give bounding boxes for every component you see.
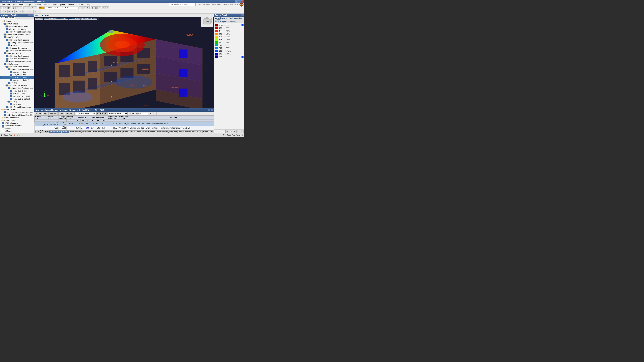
tree-item[interactable]: ✓○11 - Section 11 | Deep Beam No. 1 — [0, 111, 34, 114]
bnav-first[interactable]: |◄ — [35, 131, 37, 133]
tb-check[interactable]: ✓ — [38, 10, 41, 13]
table-row[interactable]: 0.000 DS1CO56 -79.94 3.17 3.96 -0.02 -0.… — [34, 126, 214, 130]
tb-display-4[interactable]: ④ — [30, 10, 33, 13]
tree-checkbox[interactable]: ✓ — [10, 95, 12, 97]
tree-item[interactable]: ✓○as,prov,1 -z (top) — [0, 89, 34, 92]
tree-item[interactable]: ✓○Title Information — [0, 122, 34, 124]
maximize-button[interactable]: □ — [238, 0, 240, 3]
results-max-input[interactable] — [140, 112, 148, 115]
bnav-tab-2[interactable]: Internal Forces by Member Representative — [92, 130, 122, 133]
tb-new[interactable]: 📄 — [0, 6, 4, 9]
bnav-last[interactable]: ►| — [47, 131, 49, 133]
nav-prev[interactable]: ◄ — [99, 112, 102, 115]
tree-checkbox[interactable]: ✓ — [10, 92, 12, 94]
tree-item[interactable]: ▼📁Result Sections — [0, 108, 34, 111]
tree-checkbox[interactable]: ✓ — [10, 71, 12, 73]
bnav-tab-4[interactable]: Internal Forces by Shear Wall — [156, 130, 178, 133]
results-goto[interactable]: Go To — [35, 112, 42, 115]
tree-item[interactable]: ✓○as,prov,2 (top) — [0, 92, 34, 95]
tree-checkbox[interactable]: ✓ — [6, 106, 8, 108]
results-close[interactable]: ✕ — [211, 109, 213, 111]
tree-item[interactable]: ►✓▶Required Reinforcement — [0, 55, 34, 57]
tree-item[interactable]: ✓○as,req,2 -z (bottom) — [0, 79, 34, 81]
tb-panel2-1[interactable]: ⊕ — [11, 10, 14, 13]
tree-checkbox[interactable]: ✓ — [6, 66, 8, 68]
tree-item[interactable]: ▼📁Reinforcement — [0, 20, 34, 22]
tb-cross[interactable]: ✕ — [34, 10, 38, 13]
tb-member[interactable]: ╱ — [30, 6, 34, 9]
tree-item[interactable]: ►✓▶Provided Reinforcement — [0, 46, 34, 49]
menu-results[interactable]: Results — [43, 3, 51, 6]
menu-window[interactable]: Window — [66, 3, 75, 6]
tb-open[interactable]: 📂 — [4, 6, 7, 9]
menu-file[interactable]: File — [1, 3, 6, 6]
tree-item[interactable]: ►✓▶Not Covered Reinforcement — [0, 60, 34, 63]
results-edit[interactable]: Edit — [42, 112, 48, 115]
tb-area-load[interactable]: ⊞ — [8, 10, 11, 13]
results-minimize[interactable]: ─ — [208, 109, 210, 111]
tree-checkbox[interactable]: ✓ — [8, 100, 10, 103]
tree-checkbox[interactable]: ✓ — [8, 41, 10, 43]
menu-view[interactable]: View — [12, 3, 18, 6]
tree-checkbox[interactable]: ✓ — [10, 76, 12, 78]
tree-item[interactable]: ▼✓📁Stirrup — [0, 100, 34, 103]
tree-item[interactable]: ○Members — [0, 130, 34, 132]
tb-redo[interactable]: ↪ — [19, 6, 22, 9]
tree-item[interactable]: ►✓▶Provided Reinforcement — [0, 57, 34, 60]
tree-checkbox[interactable]: ✓ — [6, 84, 8, 86]
menu-help[interactable]: Help — [86, 3, 92, 6]
keyword-search-input[interactable] — [169, 3, 196, 6]
control-panel-close[interactable]: ✕ — [241, 14, 244, 16]
nav-last[interactable]: ►| — [104, 112, 107, 115]
tree-checkbox[interactable]: ✓ — [4, 114, 6, 116]
tree-checkbox[interactable]: ✓ — [6, 60, 8, 62]
menu-options[interactable]: Options — [58, 3, 66, 6]
orientation-cube[interactable]: XYZ Z X — [201, 15, 213, 27]
tree-item[interactable]: ▼✓📁On Shear Walls — [0, 36, 34, 38]
tb-view-zoom[interactable]: 🔍 — [83, 6, 86, 9]
tree-checkbox[interactable]: ✓ — [6, 47, 8, 49]
tb-surface[interactable]: ▭ — [34, 6, 38, 9]
tree-checkbox[interactable]: ✓ — [6, 28, 8, 30]
table-row[interactable]: 1 3.000B_M1 250/250 | 3.000 m DS1CO56 3.… — [34, 122, 214, 126]
tb-line-load[interactable]: ⇒ — [4, 10, 7, 13]
tree-item[interactable]: ▼✓📁Provided Reinforcement — [0, 84, 34, 87]
tree-item[interactable]: ✓○Max/Min Information — [0, 124, 34, 127]
results-view[interactable]: View — [58, 112, 64, 115]
tree-item[interactable]: ▼✓📁Required Reinforcement — [0, 65, 34, 68]
tree-checkbox[interactable]: ✓ — [6, 58, 8, 60]
tree-checkbox[interactable]: ✓ — [6, 31, 8, 33]
tree-item[interactable]: ▼✓📁Required Reinforcement — [0, 38, 34, 41]
legend-icon-1[interactable]: ⊞ — [226, 130, 229, 133]
bnav-next[interactable]: ► — [45, 131, 46, 133]
bnav-tab-3[interactable]: Internal Forces by Member Representative… — [122, 130, 156, 133]
tree-item[interactable]: ►✓▶Not Covered Reinforcement — [0, 106, 34, 108]
tb-display-3[interactable]: ③ — [26, 10, 29, 13]
results-table-wrapper[interactable]: MemberNo. Locationx [m] DesignSituation … — [34, 115, 214, 130]
tree-item[interactable]: ▼✓📁On Deep Beams — [0, 52, 34, 55]
tb-select[interactable]: ↖ — [24, 6, 27, 9]
bnav-tab-0[interactable]: Internal Forces by Member — [49, 130, 69, 133]
tb-display-1[interactable]: ① — [19, 10, 22, 13]
tree-item[interactable]: ▼✓📁Longitudinal Reinforcement — [0, 87, 34, 89]
tb-undo[interactable]: ↩ — [16, 6, 19, 9]
close-button[interactable]: ✕ — [241, 0, 243, 3]
tree-checkbox[interactable]: ✓ — [4, 63, 6, 65]
menu-assign[interactable]: Assign — [25, 3, 32, 6]
tree-checkbox[interactable]: ✓ — [8, 44, 10, 46]
tree-item[interactable]: ►✓▶Not Covered Reinforcement — [0, 30, 34, 33]
tree-item[interactable]: ✓○as,req,2 -z (top) — [0, 71, 34, 73]
menu-insert[interactable]: Insert — [18, 3, 24, 6]
tree-item[interactable]: ✓○12 - Section 12 | Deep Beam No. 1 — [0, 114, 34, 116]
tb-view-fit[interactable]: ⊡ — [86, 6, 90, 9]
nav-tab-concrete[interactable]: Concrete Design — [0, 16, 15, 19]
tb-view-home[interactable]: ⌂ — [79, 6, 82, 9]
tree-item[interactable]: ▼✓📁On Members — [0, 22, 34, 25]
tree-checkbox[interactable]: ✓ — [6, 25, 8, 27]
tree-item[interactable]: ►✓▶Provided Reinforcement — [0, 28, 34, 30]
tree-checkbox[interactable]: ✓ — [10, 79, 12, 81]
tb-print[interactable]: 🖨 — [12, 6, 15, 9]
tree-checkbox[interactable]: ✓ — [10, 98, 12, 100]
bnav-tab-6[interactable]: Internal Forces by Deep Beam — [202, 130, 213, 133]
tree-checkbox[interactable]: ✓ — [4, 23, 6, 25]
